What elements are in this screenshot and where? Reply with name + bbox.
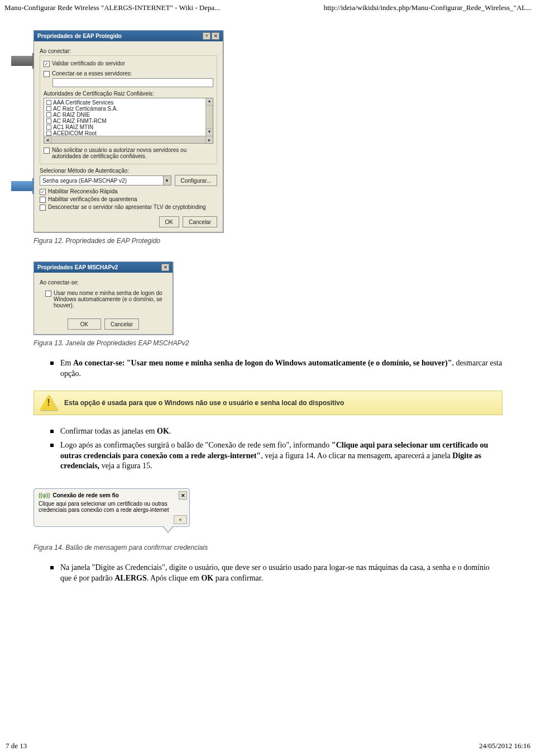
dialog1-ok-button[interactable]: OK: [159, 216, 179, 227]
label-quarantine: Habilitar verificações de quarentena: [48, 196, 137, 202]
cert-checkbox[interactable]: [46, 106, 51, 111]
checkbox-fast-reconnect[interactable]: [40, 189, 46, 195]
help-icon[interactable]: ?: [203, 32, 210, 40]
cert-item-2: AC RAIZ DNIE: [45, 112, 212, 118]
dialog2-titlebar: Propriedades EAP MSCHAPv2 ✕: [34, 262, 173, 273]
label-no-prompt: Não solicitar o usuário a autorizar novo…: [52, 147, 213, 159]
cert-checkbox[interactable]: [46, 118, 51, 123]
checkbox-no-prompt[interactable]: [44, 148, 50, 154]
page-number: 7 de 13: [6, 741, 27, 750]
checkbox-connect-servers[interactable]: [44, 71, 50, 77]
label-on-connect-2: Ao conectar-se:: [40, 279, 167, 286]
warning-icon: [40, 394, 59, 411]
close-icon[interactable]: ✕: [212, 32, 219, 40]
dialog2-cancel-button[interactable]: Cancelar: [104, 318, 139, 330]
label-auto-logon: Usar meu nome e minha senha de logon do …: [54, 290, 165, 308]
wifi-icon: ((φ)): [39, 492, 50, 498]
cert-checkbox[interactable]: [46, 131, 51, 136]
caption-figure-14: Figura 14. Balão de mensagem para confir…: [34, 544, 502, 551]
label-cryptobinding: Desconectar se o servidor não apresentar…: [48, 204, 206, 210]
cert-item-4: AC1 RAIZ MTIN: [45, 124, 212, 130]
bullet-list-3: Na janela "Digite as Credenciais", digit…: [34, 563, 502, 584]
bullet-list-2: Confirmar todas as janelas em OK. Logo a…: [34, 426, 502, 472]
checkbox-validate-cert[interactable]: [44, 61, 50, 67]
header-right: http://ideia/wikidsi/index.php/Manu-Conf…: [324, 3, 532, 12]
label-connect-servers: Conectar-se a esses servidores:: [52, 70, 132, 77]
root-authorities-list[interactable]: AAA Certificate Services AC Raíz Certicá…: [44, 98, 213, 144]
scroll-left-icon[interactable]: ◂: [44, 137, 51, 144]
dialog2-ok-button[interactable]: OK: [68, 318, 101, 330]
caption-figure-12: Figura 12. Propriedades de EAP Protegido: [34, 237, 502, 245]
input-servers[interactable]: [52, 78, 213, 87]
bullet-item-3: Na janela "Digite as Credenciais", digit…: [50, 563, 502, 584]
horizontal-scrollbar[interactable]: ◂ ▸: [44, 136, 213, 143]
figure-13-block: Propriedades EAP MSCHAPv2 ✕ Ao conectar-…: [34, 261, 502, 335]
cert-checkbox[interactable]: [46, 112, 51, 117]
scroll-down-icon[interactable]: ▾: [205, 129, 213, 136]
bullet-item-2a: Confirmar todas as janelas em OK.: [50, 426, 502, 437]
cert-item-3: AC RAIZ FNMT-RCM: [45, 118, 212, 124]
dialog1-title: Propriedades de EAP Protegido: [37, 33, 122, 39]
timestamp: 24/05/2012 16:16: [479, 741, 530, 750]
cert-checkbox[interactable]: [46, 100, 51, 105]
label-fast-reconnect: Habilitar Reconexão Rápida: [48, 188, 118, 194]
auth-method-select[interactable]: Senha segura (EAP-MSCHAP v2) ▼: [40, 175, 171, 186]
cert-item-1: AC Raíz Certicámara S.A.: [45, 106, 212, 112]
chevron-down-icon[interactable]: ▼: [163, 176, 171, 185]
configure-button[interactable]: Configurar...: [175, 175, 217, 186]
figure-14-block: ✕ ((φ)) Conexão de rede sem fio Clique a…: [34, 488, 502, 527]
info-banner: Esta opção é usada para que o Windows nã…: [34, 391, 502, 415]
cert-item-0: AAA Certificate Services: [45, 99, 212, 106]
caption-figure-13: Figura 13. Janela de Propriedades EAP MS…: [34, 339, 502, 347]
scroll-right-icon[interactable]: ▸: [205, 136, 213, 143]
eap-protected-dialog: Propriedades de EAP Protegido ? ✕ Ao con…: [34, 30, 223, 232]
page-header: Manu-Configurar Rede Wireless "ALERGS-IN…: [0, 0, 536, 13]
scroll-track[interactable]: [205, 106, 213, 129]
balloon-title: Conexão de rede sem fio: [52, 492, 118, 498]
page-footer: 7 de 13 24/05/2012 16:16: [0, 739, 536, 753]
figure-12-block: Propriedades de EAP Protegido ? ✕ Ao con…: [34, 30, 229, 232]
close-icon[interactable]: ✕: [161, 264, 169, 271]
label-on-connect: Ao conectar:: [40, 48, 217, 54]
bullet-list-1: Em Ao conectar-se: "Usar meu nome e minh…: [34, 358, 502, 379]
header-left: Manu-Configurar Rede Wireless "ALERGS-IN…: [4, 3, 220, 12]
balloon-body: Clique aqui para selecionar um certifica…: [39, 501, 185, 513]
collapse-icon[interactable]: «: [174, 515, 187, 524]
mschap-dialog: Propriedades EAP MSCHAPv2 ✕ Ao conectar-…: [34, 261, 173, 335]
auth-method-value: Senha segura (EAP-MSCHAP v2): [40, 178, 163, 184]
wifi-balloon[interactable]: ✕ ((φ)) Conexão de rede sem fio Clique a…: [34, 488, 190, 527]
scroll-up-icon[interactable]: ▴: [205, 98, 213, 106]
dialog2-title: Propriedades EAP MSCHAPv2: [37, 264, 118, 270]
dialog1-cancel-button[interactable]: Cancelar: [183, 216, 217, 227]
bullet-item-2b: Logo após as confirmações surgirá o balã…: [50, 440, 502, 472]
banner-text: Esta opção é usada para que o Windows nã…: [64, 399, 344, 407]
close-icon[interactable]: ✕: [179, 491, 187, 500]
main-content: Propriedades de EAP Protegido ? ✕ Ao con…: [0, 30, 536, 606]
cert-checkbox[interactable]: [46, 125, 51, 130]
checkbox-auto-logon[interactable]: [45, 291, 51, 297]
label-auth-method: Selecionar Método de Autenticação:: [40, 168, 217, 174]
label-validate-cert: Validar certificado do servidor: [52, 60, 125, 66]
dialog1-titlebar: Propriedades de EAP Protegido ? ✕: [34, 31, 223, 41]
bullet-item-1: Em Ao conectar-se: "Usar meu nome e minh…: [50, 358, 502, 379]
label-root-authorities: Autoridades de Certificação Raiz Confiáv…: [44, 91, 213, 97]
checkbox-cryptobinding[interactable]: [40, 205, 46, 211]
checkbox-quarantine[interactable]: [40, 197, 46, 203]
